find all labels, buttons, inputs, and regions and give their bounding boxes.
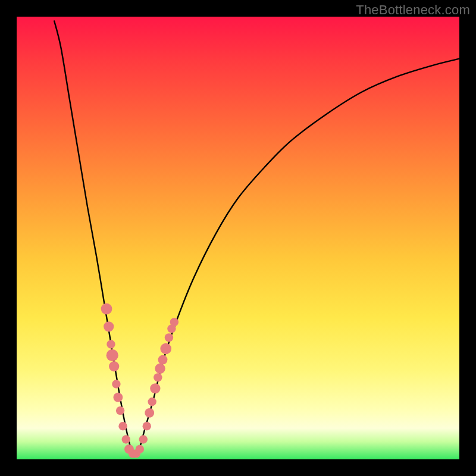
highlight-dot <box>155 364 165 374</box>
highlight-dot <box>148 397 156 406</box>
highlight-dot <box>158 355 168 365</box>
highlight-dot <box>170 318 178 326</box>
chart-stage: TheBottleneck.com <box>0 0 476 476</box>
highlight-dot <box>154 373 162 381</box>
highlight-dots <box>101 303 178 458</box>
highlight-dot <box>118 422 127 430</box>
highlight-dot <box>150 383 160 393</box>
highlight-dot <box>143 422 151 430</box>
highlight-dot <box>122 435 130 443</box>
bottleneck-curve <box>54 21 459 453</box>
plot-area <box>17 17 459 459</box>
highlight-dot <box>113 393 123 402</box>
highlight-dot <box>160 343 171 355</box>
highlight-dot <box>136 445 144 453</box>
highlight-dot <box>109 361 119 371</box>
highlight-dot <box>139 435 148 443</box>
highlight-dot <box>101 303 112 315</box>
highlight-dot <box>104 321 114 331</box>
highlight-dot <box>116 406 124 415</box>
highlight-dot <box>112 380 120 388</box>
highlight-dot <box>145 408 154 418</box>
highlight-dot <box>107 340 115 348</box>
watermark-text: TheBottleneck.com <box>356 2 470 18</box>
highlight-dot <box>165 333 173 342</box>
curve-layer <box>17 17 459 459</box>
highlight-dot <box>107 349 118 361</box>
